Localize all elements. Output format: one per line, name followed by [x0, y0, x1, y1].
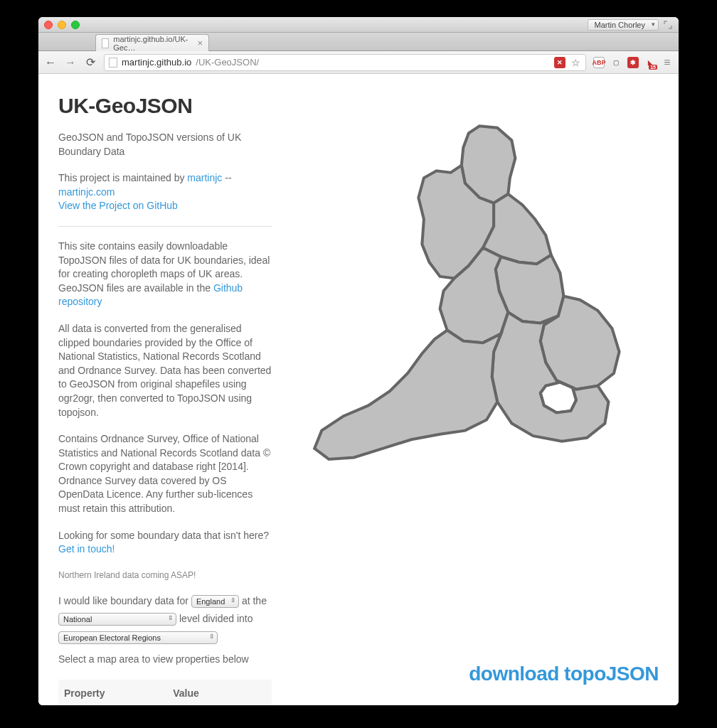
- contact-link[interactable]: Get in touch!: [58, 543, 115, 555]
- pinboard-extension-icon[interactable]: ◣15: [644, 57, 656, 68]
- browser-window: Martin Chorley martinjc.github.io/UK-Gec…: [38, 17, 679, 705]
- maintainer-site-link[interactable]: martinjc.com: [58, 186, 115, 198]
- url-path: /UK-GeoJSON/: [196, 57, 259, 68]
- cast-icon[interactable]: ▢: [610, 57, 622, 68]
- toolbar: ← → ⟳ martinjc.github.io/UK-GeoJSON/ ✕ ☆…: [38, 51, 679, 74]
- form-row-division: European Electoral Regions: [58, 631, 272, 645]
- back-button[interactable]: ←: [44, 56, 57, 69]
- level-select[interactable]: National: [58, 613, 176, 626]
- reload-button[interactable]: ⟳: [84, 55, 97, 69]
- properties-table: Property Value EER13CDE15000007 EER13CDO…: [58, 680, 272, 705]
- map-hint: Select a map area to view properties bel…: [58, 653, 272, 667]
- forward-button[interactable]: →: [64, 56, 77, 69]
- fullscreen-icon[interactable]: [663, 20, 673, 30]
- maintainer-link[interactable]: martinjc: [187, 172, 222, 183]
- download-link-row: download topoJSON: [300, 655, 659, 688]
- page-content: UK-GeoJSON GeoJSON and TopoJSON versions…: [38, 74, 679, 705]
- download-topojson-link[interactable]: download topoJSON: [469, 663, 659, 685]
- region-south-west[interactable]: [314, 331, 501, 459]
- col-property: Property: [58, 680, 167, 705]
- minimize-window-button[interactable]: [58, 21, 66, 29]
- contact-paragraph: Looking for some boundary data that isn'…: [58, 529, 272, 557]
- col-value: Value: [167, 680, 272, 705]
- division-select[interactable]: European Electoral Regions: [58, 631, 218, 644]
- map-panel: download topoJSON: [300, 91, 659, 688]
- maximize-window-button[interactable]: [71, 21, 80, 29]
- attribution-paragraph: Contains Ordnance Survey, Office of Nati…: [58, 432, 272, 516]
- page-icon: [102, 38, 109, 48]
- bookmark-star-icon[interactable]: ☆: [570, 57, 581, 68]
- ni-note: Northern Ireland data coming ASAP!: [58, 569, 272, 582]
- traffic-lights: [44, 21, 80, 29]
- window-titlebar: Martin Chorley: [38, 17, 679, 33]
- intro-paragraph: This site contains easily downloadable T…: [58, 240, 272, 309]
- address-bar[interactable]: martinjc.github.io/UK-GeoJSON/ ✕ ☆: [104, 54, 586, 71]
- extension-badge: 15: [649, 65, 657, 70]
- map-container: [300, 91, 659, 655]
- divider: [58, 226, 272, 227]
- england-map[interactable]: [300, 91, 659, 655]
- sidebar: UK-GeoJSON GeoJSON and TopoJSON versions…: [58, 91, 272, 688]
- extension-tray: ABP ▢ ✱ ◣15 ≡: [593, 57, 673, 68]
- form-row-country: I would like boundary data for England a…: [58, 594, 272, 609]
- extension-icon-2[interactable]: ✱: [627, 57, 639, 68]
- close-window-button[interactable]: [44, 21, 53, 29]
- url-host: martinjc.github.io: [122, 57, 191, 68]
- abp-extension-icon[interactable]: ABP: [593, 57, 605, 68]
- maintainer-line: This project is maintained by martinjc -…: [58, 171, 272, 213]
- country-select[interactable]: England: [191, 595, 239, 608]
- browser-tab[interactable]: martinjc.github.io/UK-Gec… ×: [95, 34, 209, 51]
- close-tab-icon[interactable]: ×: [197, 38, 203, 48]
- profile-button[interactable]: Martin Chorley: [588, 19, 659, 31]
- hamburger-menu-icon[interactable]: ≡: [662, 57, 673, 68]
- tab-title: martinjc.github.io/UK-Gec…: [113, 35, 193, 52]
- conversion-paragraph: All data is converted from the generalis…: [58, 322, 272, 419]
- page-title: UK-GeoJSON: [58, 91, 272, 121]
- page-subtitle: GeoJSON and TopoJSON versions of UK Boun…: [58, 131, 272, 159]
- extension-icon[interactable]: ✕: [554, 57, 565, 68]
- github-link[interactable]: View the Project on GitHub: [58, 200, 178, 211]
- site-icon: [109, 58, 117, 68]
- tab-bar: martinjc.github.io/UK-Gec… ×: [38, 33, 679, 51]
- form-row-level: National level divided into: [58, 612, 272, 626]
